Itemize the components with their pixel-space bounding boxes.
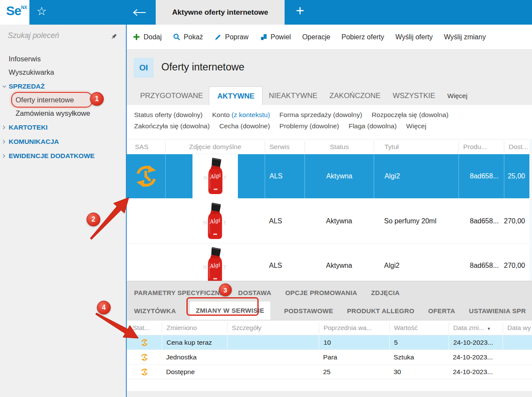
back-arrow-icon[interactable] xyxy=(132,9,146,18)
zmieniono-cell: Cena kup teraz xyxy=(162,335,227,349)
column-header-serwis[interactable]: Serwis xyxy=(265,142,304,152)
change-row[interactable]: Jednostka Para Sztuka 24-10-2023... xyxy=(127,350,532,365)
send-changes-button[interactable]: Wyślij zmiany xyxy=(444,33,486,41)
filter-cecha[interactable]: Cecha (dowolne) xyxy=(219,122,270,130)
filter-problemy[interactable]: Problemy (dowolne) xyxy=(279,122,339,130)
tab-more[interactable]: Więcej xyxy=(441,86,474,105)
serwis-cell: ALS xyxy=(265,154,304,198)
produkt-cell: 8ad658... xyxy=(458,244,504,281)
show-button[interactable]: Pokaż xyxy=(173,33,203,41)
product-bottle-image xyxy=(202,246,228,281)
product-photo-cell xyxy=(165,154,265,198)
offer-row[interactable]: ALS Aktywna Algi2 8ad658... 270,00 xyxy=(127,244,532,281)
tab-zmiany-w-serwisie[interactable]: ZMIANY W SERWISIE xyxy=(190,302,270,320)
product-bottle-image xyxy=(202,201,228,241)
search-input[interactable] xyxy=(7,31,104,41)
column-header-wartosc[interactable]: Wartość xyxy=(389,323,449,333)
tab-aktywne[interactable]: AKTYWNE xyxy=(209,86,263,105)
tab-nieaktywne[interactable]: NIEAKTYWNE xyxy=(263,86,323,105)
sidebar-category-komunikacja[interactable]: KOMUNIKACJA xyxy=(0,134,126,149)
tab-podstawowe[interactable]: PODSTAWOWE xyxy=(284,307,333,314)
offer-row-selected[interactable]: ALS Aktywna Algi2 8ad658... 25,00 xyxy=(127,154,532,199)
operations-menu[interactable]: Operacje xyxy=(302,33,330,41)
changes-table: Stat... Zmieniono Szczegóły Poprzednia w… xyxy=(127,320,532,379)
active-window-tab[interactable]: Aktywne oferty internetowe xyxy=(156,0,285,25)
filter-konto[interactable]: Konto (z kontekstu) xyxy=(212,111,270,119)
column-header-sas[interactable]: SAS xyxy=(127,142,165,152)
duplicate-button[interactable]: Powiel xyxy=(260,33,291,41)
column-header-tytul[interactable]: Tytuł xyxy=(374,142,458,152)
tab-parametry-specyficzne[interactable]: PARAMETRY SPECYFICZNE xyxy=(134,289,224,296)
module-badge: OI xyxy=(134,58,154,78)
sidebar-nav: Infoserwis Wyszukiwarka SPRZEDAŻ Oferty … xyxy=(0,50,126,163)
offer-row[interactable]: ALS Aktywna So perfumy 20ml 8ad658... 27… xyxy=(127,199,532,244)
filter-forma-sprzedazy[interactable]: Forma sprzedaży (dowolny) xyxy=(279,111,362,119)
column-header-stat[interactable]: Stat... xyxy=(127,323,162,333)
tab-zdjecia[interactable]: ZDJĘCIA xyxy=(371,289,400,296)
copy-icon xyxy=(260,33,267,41)
sidebar-item-oferty-internetowe[interactable]: Oferty internetowe xyxy=(0,93,126,107)
brush-icon xyxy=(214,33,221,41)
product-photo xyxy=(192,244,238,281)
tab-produkt-allegro[interactable]: PRODUKT ALLEGRO xyxy=(347,307,414,314)
add-button[interactable]: Dodaj xyxy=(133,33,162,41)
tytul-cell: Algi2 xyxy=(374,244,458,281)
edit-button[interactable]: Popraw xyxy=(214,33,248,41)
tab-dostawa[interactable]: DOSTAWA xyxy=(238,289,272,296)
product-bottle-image xyxy=(203,156,228,196)
new-tab-button[interactable]: + xyxy=(296,3,304,19)
produkt-cell: 8ad658... xyxy=(458,154,504,198)
filter-zakonczyla-sie[interactable]: Zakończyła się (dowolna) xyxy=(134,122,210,130)
change-row[interactable]: Dostępne 25 30 24-10-2023... xyxy=(127,365,532,379)
sidebar-item-wyszukiwarka[interactable]: Wyszukiwarka xyxy=(0,66,126,79)
tab-przygotowane[interactable]: PRZYGOTOWANE xyxy=(134,86,209,105)
poprzednia-cell: 25 xyxy=(319,365,389,379)
column-header-data-zmiany[interactable]: Data zmi...▼ xyxy=(449,323,503,333)
tab-wizytowka[interactable]: WIZYTÓWKA xyxy=(134,307,176,314)
change-row-selected[interactable]: Cena kup teraz 10 5 24-10-2023... xyxy=(127,335,532,350)
tab-wszystkie[interactable]: WSZYSTKIE xyxy=(387,86,441,105)
command-search-row xyxy=(0,25,126,50)
filter-flaga[interactable]: Flaga (dowolna) xyxy=(349,122,397,130)
sidebar-category-sprzedaz[interactable]: SPRZEDAŻ xyxy=(0,79,126,93)
produkt-cell: 8ad658... xyxy=(458,199,504,243)
sidebar-item-zamowienia-wysylkowe[interactable]: Zamówienia wysyłkowe xyxy=(0,107,126,120)
dostepne-cell: 270,00 xyxy=(504,244,532,281)
tab-opcje-promowania[interactable]: OPCJE PROMOWANIA xyxy=(285,289,357,296)
send-offers-button[interactable]: Wyślij oferty xyxy=(395,33,433,41)
szczegoly-cell xyxy=(227,335,319,349)
filter-rozpoczela-sie[interactable]: Rozpoczęła się (dowolna) xyxy=(372,111,448,119)
sidebar-category-ewidencje-dodatkowe[interactable]: EWIDENCJE DODATKOWE xyxy=(0,149,126,163)
sidebar-item-infoserwis[interactable]: Infoserwis xyxy=(0,52,126,66)
column-header-data-wyslania[interactable]: Data wy xyxy=(503,323,532,333)
tab-oferta[interactable]: OFERTA xyxy=(428,307,455,314)
column-header-zmieniono[interactable]: Zmieniono xyxy=(162,323,227,333)
tab-zakonczone[interactable]: ZAKOŃCZONE xyxy=(324,86,387,105)
view-tabs: PRZYGOTOWANE AKTYWNE NIEAKTYWNE ZAKOŃCZO… xyxy=(127,86,532,105)
product-photo-cell xyxy=(165,199,265,243)
column-header-status[interactable]: Status xyxy=(304,142,374,152)
bottom-strip xyxy=(127,391,532,397)
filter-status-oferty[interactable]: Status oferty (dowolny) xyxy=(134,111,203,119)
column-header-produkt[interactable]: Produ... xyxy=(458,142,504,152)
column-header-dostepne[interactable]: Dost... xyxy=(504,142,532,152)
data-wyslania-cell xyxy=(503,335,532,349)
filter-more[interactable]: Więcej xyxy=(406,122,426,130)
favorites-star-icon[interactable]: ☆ xyxy=(36,4,47,18)
column-header-poprzednia-wartosc[interactable]: Poprzednia wa... xyxy=(319,323,389,333)
app-logo-tile[interactable]: SeNX xyxy=(0,0,29,25)
tab-ustawienia-sprzedazy[interactable]: USTAWIENIA SPR xyxy=(469,307,526,314)
sidebar-category-kartoteki[interactable]: KARTOTEKI xyxy=(0,120,126,134)
zmieniono-cell: Dostępne xyxy=(162,365,227,379)
column-header-szczegoly[interactable]: Szczegóły xyxy=(227,323,319,333)
status-cell: Aktywna xyxy=(304,199,374,243)
chevron-down-icon xyxy=(2,79,6,93)
pin-icon[interactable] xyxy=(111,33,117,41)
page-header: OI Oferty internetowe xyxy=(127,50,532,86)
table-right-gutter xyxy=(529,139,532,281)
column-header-zdjecie[interactable]: Zdjęcie domyślne xyxy=(165,142,265,152)
sync-status-cell xyxy=(127,154,165,198)
dostepne-cell: 25,00 xyxy=(504,154,532,198)
download-offers-button[interactable]: Pobierz oferty xyxy=(342,33,385,41)
data-zmiany-cell: 24-10-2023... xyxy=(449,365,503,379)
